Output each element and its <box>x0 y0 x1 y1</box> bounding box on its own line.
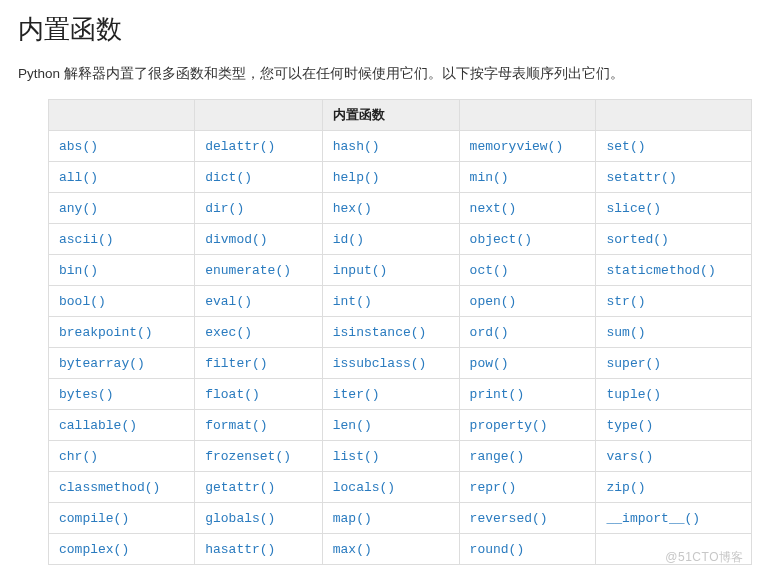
function-link[interactable]: min() <box>470 170 509 185</box>
function-link[interactable]: property() <box>470 418 548 433</box>
table-cell: min() <box>459 162 596 193</box>
table-cell: float() <box>195 379 323 410</box>
function-link[interactable]: next() <box>470 201 517 216</box>
function-link[interactable]: all() <box>59 170 98 185</box>
function-link[interactable]: object() <box>470 232 532 247</box>
table-cell: hash() <box>322 131 459 162</box>
function-link[interactable]: bytearray() <box>59 356 145 371</box>
function-link[interactable]: abs() <box>59 139 98 154</box>
table-cell: dir() <box>195 193 323 224</box>
function-link[interactable]: globals() <box>205 511 275 526</box>
table-cell: pow() <box>459 348 596 379</box>
table-cell: int() <box>322 286 459 317</box>
function-link[interactable]: getattr() <box>205 480 275 495</box>
function-link[interactable]: chr() <box>59 449 98 464</box>
table-cell: id() <box>322 224 459 255</box>
function-link[interactable]: tuple() <box>606 387 661 402</box>
builtin-functions-table: 内置函数 abs()delattr()hash()memoryview()set… <box>48 99 752 565</box>
function-link[interactable]: delattr() <box>205 139 275 154</box>
function-link[interactable]: locals() <box>333 480 395 495</box>
function-link[interactable]: id() <box>333 232 364 247</box>
function-link[interactable]: classmethod() <box>59 480 160 495</box>
function-link[interactable]: breakpoint() <box>59 325 153 340</box>
function-link[interactable]: pow() <box>470 356 509 371</box>
table-cell: super() <box>596 348 752 379</box>
function-link[interactable]: iter() <box>333 387 380 402</box>
function-link[interactable]: bin() <box>59 263 98 278</box>
function-link[interactable]: any() <box>59 201 98 216</box>
table-cell: object() <box>459 224 596 255</box>
function-link[interactable]: ascii() <box>59 232 114 247</box>
function-link[interactable]: issubclass() <box>333 356 427 371</box>
function-link[interactable]: hasattr() <box>205 542 275 557</box>
function-link[interactable]: ord() <box>470 325 509 340</box>
function-link[interactable]: divmod() <box>205 232 267 247</box>
table-header-row: 内置函数 <box>49 100 752 131</box>
function-link[interactable]: max() <box>333 542 372 557</box>
function-link[interactable]: dir() <box>205 201 244 216</box>
function-link[interactable]: oct() <box>470 263 509 278</box>
function-link[interactable]: setattr() <box>606 170 676 185</box>
table-cell: max() <box>322 534 459 565</box>
function-link[interactable]: eval() <box>205 294 252 309</box>
table-cell: any() <box>49 193 195 224</box>
table-cell: bool() <box>49 286 195 317</box>
function-link[interactable]: staticmethod() <box>606 263 715 278</box>
function-link[interactable]: memoryview() <box>470 139 564 154</box>
function-link[interactable]: range() <box>470 449 525 464</box>
table-cell: map() <box>322 503 459 534</box>
function-link[interactable]: float() <box>205 387 260 402</box>
table-cell: list() <box>322 441 459 472</box>
function-link[interactable]: sum() <box>606 325 645 340</box>
function-link[interactable]: open() <box>470 294 517 309</box>
table-row: callable()format()len()property()type() <box>49 410 752 441</box>
table-row: bytes()float()iter()print()tuple() <box>49 379 752 410</box>
function-link[interactable]: isinstance() <box>333 325 427 340</box>
function-link[interactable]: type() <box>606 418 653 433</box>
function-link[interactable]: bytes() <box>59 387 114 402</box>
function-link[interactable]: round() <box>470 542 525 557</box>
function-link[interactable]: repr() <box>470 480 517 495</box>
table-cell: compile() <box>49 503 195 534</box>
table-cell: repr() <box>459 472 596 503</box>
table-cell: memoryview() <box>459 131 596 162</box>
function-link[interactable]: complex() <box>59 542 129 557</box>
table-cell: hasattr() <box>195 534 323 565</box>
function-link[interactable]: hex() <box>333 201 372 216</box>
function-link[interactable]: vars() <box>606 449 653 464</box>
function-link[interactable]: set() <box>606 139 645 154</box>
table-row: classmethod()getattr()locals()repr()zip(… <box>49 472 752 503</box>
function-link[interactable]: format() <box>205 418 267 433</box>
function-link[interactable]: help() <box>333 170 380 185</box>
function-link[interactable]: slice() <box>606 201 661 216</box>
function-link[interactable]: print() <box>470 387 525 402</box>
table-header-cell <box>49 100 195 131</box>
function-link[interactable]: list() <box>333 449 380 464</box>
function-link[interactable]: super() <box>606 356 661 371</box>
function-link[interactable]: str() <box>606 294 645 309</box>
function-link[interactable]: len() <box>333 418 372 433</box>
table-cell: enumerate() <box>195 255 323 286</box>
table-cell: slice() <box>596 193 752 224</box>
table-cell: print() <box>459 379 596 410</box>
function-link[interactable]: compile() <box>59 511 129 526</box>
table-cell: sum() <box>596 317 752 348</box>
function-link[interactable]: reversed() <box>470 511 548 526</box>
function-link[interactable]: sorted() <box>606 232 668 247</box>
function-link[interactable]: callable() <box>59 418 137 433</box>
function-link[interactable]: hash() <box>333 139 380 154</box>
function-link[interactable]: enumerate() <box>205 263 291 278</box>
table-row: ascii()divmod()id()object()sorted() <box>49 224 752 255</box>
table-cell: sorted() <box>596 224 752 255</box>
function-link[interactable]: zip() <box>606 480 645 495</box>
function-link[interactable]: bool() <box>59 294 106 309</box>
table-cell: __import__() <box>596 503 752 534</box>
function-link[interactable]: frozenset() <box>205 449 291 464</box>
function-link[interactable]: input() <box>333 263 388 278</box>
function-link[interactable]: __import__() <box>606 511 700 526</box>
function-link[interactable]: exec() <box>205 325 252 340</box>
function-link[interactable]: int() <box>333 294 372 309</box>
function-link[interactable]: map() <box>333 511 372 526</box>
function-link[interactable]: filter() <box>205 356 267 371</box>
function-link[interactable]: dict() <box>205 170 252 185</box>
